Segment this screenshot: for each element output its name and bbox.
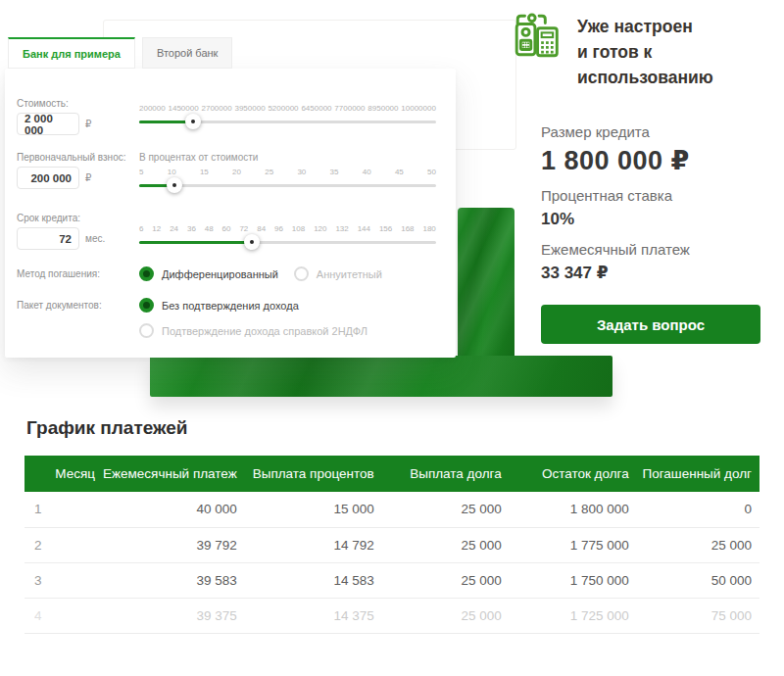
green-decor-band bbox=[150, 356, 612, 397]
slider-tick: 50 bbox=[427, 168, 436, 176]
downpayment-slider-handle[interactable] bbox=[167, 177, 182, 193]
loan-size-value: 1 800 000 ₽ bbox=[541, 146, 760, 175]
radio-option[interactable]: Подтверждение дохода справкой 2НДФЛ bbox=[139, 323, 368, 338]
column-header: Остаток долга bbox=[510, 456, 637, 492]
table-row: 3 39 583 14 583 25 000 1 750 000 50 000 bbox=[24, 562, 760, 598]
table-row: 4 39 375 14 375 25 000 1 725 000 75 000 bbox=[24, 598, 760, 633]
slider-tick: 36 bbox=[187, 224, 196, 233]
radio-option-label: Аннуитетный bbox=[317, 268, 382, 280]
cell-principal-payment: 25 000 bbox=[382, 527, 510, 562]
radio-option-label: Дифференцированный bbox=[162, 268, 278, 280]
radio-icon bbox=[294, 266, 309, 281]
downpayment-input[interactable]: 200 000 bbox=[17, 167, 79, 189]
radio-option[interactable]: Аннуитетный bbox=[294, 266, 382, 281]
slider-tick: 144 bbox=[358, 224, 370, 233]
cell-repaid-debt: 75 000 bbox=[637, 598, 760, 633]
hero-title-line1: Уже настроен bbox=[577, 14, 777, 39]
ask-question-button[interactable]: Задать вопрос bbox=[541, 305, 760, 344]
interest-rate-label: Процентная ставка bbox=[541, 187, 760, 205]
interest-rate-value: 10% bbox=[541, 210, 760, 229]
loan-summary: Размер кредита 1 800 000 ₽ Процентная ст… bbox=[541, 123, 760, 344]
cell-monthly-payment: 40 000 bbox=[103, 492, 245, 527]
cell-principal-payment: 25 000 bbox=[382, 562, 510, 598]
column-header: Месяц bbox=[24, 456, 103, 492]
downpayment-label: Первоначальный взнос: bbox=[17, 152, 132, 163]
cell-interest-payment: 14 792 bbox=[245, 527, 382, 562]
cell-monthly-payment: 39 792 bbox=[103, 527, 245, 562]
repayment-method-label: Метод погашения: bbox=[17, 266, 132, 279]
downpayment-slider-ticks: 5101520253035404550 bbox=[139, 168, 436, 176]
cell-month: 3 bbox=[24, 562, 103, 598]
slider-tick: 35 bbox=[330, 168, 339, 176]
slider-tick: 84 bbox=[257, 224, 266, 233]
slider-tick: 30 bbox=[297, 168, 306, 176]
repayment-method-row: Метод погашения: Дифференцированный Анну… bbox=[17, 266, 444, 279]
slider-tick: 2700000 bbox=[201, 104, 231, 113]
radio-option-label: Без подтверждения дохода bbox=[162, 300, 299, 312]
tab-bank-example[interactable]: Банк для примера bbox=[8, 37, 135, 69]
slider-tick: 200000 bbox=[139, 104, 166, 113]
slider-tick: 60 bbox=[222, 224, 231, 233]
downpayment-unit: ₽ bbox=[85, 172, 91, 183]
cost-input[interactable]: 2 000 000 bbox=[17, 113, 79, 135]
cell-remaining-debt: 1 725 000 bbox=[510, 598, 637, 633]
column-header: Выплата долга bbox=[382, 456, 510, 492]
slider-tick: 120 bbox=[314, 224, 326, 233]
term-label: Срок кредита: bbox=[17, 213, 132, 223]
slider-tick: 7700000 bbox=[334, 104, 365, 113]
calculators-icon bbox=[513, 10, 562, 90]
monthly-payment-label: Ежемесячный платеж bbox=[541, 241, 760, 259]
term-slider-track[interactable] bbox=[139, 241, 436, 244]
loan-size-label: Размер кредита bbox=[541, 123, 760, 141]
tab-second-bank[interactable]: Второй банк bbox=[142, 37, 233, 69]
radio-option-label: Подтверждение дохода справкой 2НДФЛ bbox=[162, 325, 368, 337]
table-row: 2 39 792 14 792 25 000 1 775 000 25 000 bbox=[24, 527, 760, 562]
hero-title-line2: и готов к использованию bbox=[577, 39, 777, 90]
slider-tick: 25 bbox=[265, 168, 273, 176]
radio-option[interactable]: Без подтверждения дохода bbox=[139, 298, 368, 313]
slider-tick: 15 bbox=[200, 168, 209, 176]
column-header: Выплата процентов bbox=[245, 456, 382, 492]
cell-interest-payment: 15 000 bbox=[245, 492, 382, 527]
slider-tick: 3950000 bbox=[234, 104, 265, 113]
term-input[interactable]: 72 bbox=[17, 227, 79, 250]
cell-repaid-debt: 0 bbox=[637, 492, 760, 527]
term-slider-handle[interactable] bbox=[244, 234, 260, 250]
cost-slider-ticks: 2000001450000270000039500005200000645000… bbox=[139, 104, 436, 113]
hero-title: Уже настроен и готов к использованию bbox=[577, 10, 777, 90]
cell-interest-payment: 14 583 bbox=[245, 562, 382, 598]
cell-repaid-debt: 25 000 bbox=[637, 527, 760, 562]
slider-tick: 72 bbox=[239, 224, 248, 233]
cost-slider-track[interactable] bbox=[139, 121, 436, 123]
monthly-payment-value: 33 347 ₽ bbox=[541, 264, 760, 283]
cell-remaining-debt: 1 775 000 bbox=[510, 527, 637, 562]
cell-month: 2 bbox=[24, 527, 103, 562]
radio-icon bbox=[139, 323, 154, 338]
calculator-card: Стоимость: 2 000 000 ₽ 20000014500002700… bbox=[5, 69, 456, 358]
term-slider: 61224364860728496108120132144156168180 bbox=[139, 224, 436, 244]
hero: Уже настроен и готов к использованию bbox=[513, 10, 777, 90]
schedule-table: МесяцЕжемесячный платежВыплата процентов… bbox=[24, 456, 760, 634]
bank-tabs: Банк для примера Второй банк bbox=[8, 37, 232, 69]
slider-tick: 156 bbox=[379, 224, 392, 233]
cost-slider-handle[interactable] bbox=[185, 114, 201, 129]
cell-interest-payment: 14 375 bbox=[245, 598, 382, 633]
documents-package-options: Без подтверждения дохода Подтверждение д… bbox=[139, 298, 368, 338]
term-slider-ticks: 61224364860728496108120132144156168180 bbox=[139, 224, 436, 233]
cell-remaining-debt: 1 800 000 bbox=[510, 492, 637, 527]
cost-slider: 2000001450000270000039500005200000645000… bbox=[139, 104, 436, 123]
downpayment-slider-track[interactable] bbox=[139, 184, 436, 187]
slider-tick: 10 bbox=[168, 168, 176, 176]
slider-tick: 96 bbox=[274, 224, 283, 233]
payment-schedule-section: График платежей МесяцЕжемесячный платежВ… bbox=[24, 417, 760, 634]
slider-tick: 8950000 bbox=[368, 104, 398, 113]
radio-icon bbox=[139, 266, 154, 281]
cost-unit: ₽ bbox=[85, 119, 91, 129]
documents-package-label: Пакет документов: bbox=[17, 298, 132, 311]
slider-tick: 180 bbox=[422, 224, 435, 233]
cell-repaid-debt: 50 000 bbox=[637, 562, 760, 598]
radio-option[interactable]: Дифференцированный bbox=[139, 266, 278, 281]
documents-package-row: Пакет документов: Без подтверждения дохо… bbox=[17, 298, 444, 311]
slider-tick: 6450000 bbox=[301, 104, 331, 113]
cell-month: 1 bbox=[24, 492, 103, 527]
